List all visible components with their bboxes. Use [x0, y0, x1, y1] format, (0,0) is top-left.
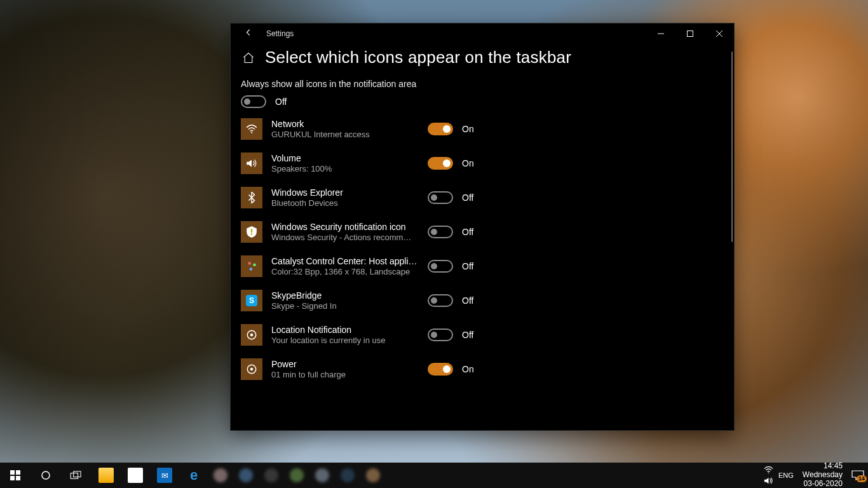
item-text: Location NotificationYour location is cu…	[271, 325, 419, 345]
tray-day: Wednesday	[803, 471, 843, 480]
item-title: Power	[271, 359, 419, 369]
item-toggle-state: Off	[462, 227, 473, 237]
icon-toggle-row: Windows Security notification iconWindow…	[241, 221, 705, 243]
icon-toggle-row: Catalyst Control Center: Host applic…Col…	[241, 255, 705, 277]
svg-point-1	[251, 132, 252, 133]
item-title: Catalyst Control Center: Host applic…	[271, 256, 419, 266]
wifi-icon	[241, 118, 262, 140]
item-text: Catalyst Control Center: Host applic…Col…	[271, 256, 419, 276]
svg-rect-2	[251, 229, 252, 233]
back-button[interactable]	[231, 24, 262, 44]
item-toggle-state: Off	[462, 330, 473, 340]
microsoft-store-app[interactable]	[121, 463, 150, 488]
item-toggle[interactable]	[428, 329, 453, 341]
svg-point-15	[42, 471, 50, 479]
tray-clock[interactable]: 14:45 Wednesday 03-06-2020	[799, 462, 846, 488]
running-apps-blurred	[208, 468, 380, 482]
item-text: Windows Security notification iconWindow…	[271, 222, 419, 242]
window-titlebar[interactable]: Settings	[231, 24, 734, 44]
icon-toggle-row: VolumeSpeakers: 100%On	[241, 152, 705, 174]
item-text: NetworkGURUKUL Internet access	[271, 119, 419, 139]
item-subtitle: Speakers: 100%	[271, 164, 419, 173]
item-toggle-state: On	[462, 158, 474, 168]
location-icon	[241, 324, 262, 346]
close-button[interactable]	[705, 24, 734, 44]
master-toggle[interactable]	[241, 95, 266, 108]
pinned-apps: ✉ e	[92, 463, 208, 488]
volume-icon	[764, 476, 773, 485]
notification-badge: 14	[857, 475, 867, 482]
scrollbar[interactable]	[731, 51, 733, 242]
master-toggle-state: Off	[275, 97, 287, 107]
task-view-button[interactable]	[61, 463, 92, 488]
skype-icon: S	[241, 290, 262, 311]
item-toggle[interactable]	[428, 363, 453, 376]
edge-app[interactable]: e	[179, 463, 208, 488]
item-toggle[interactable]	[428, 260, 453, 273]
tray-date: 03-06-2020	[803, 480, 843, 488]
start-button[interactable]	[0, 463, 31, 488]
item-subtitle: 01 min to full charge	[271, 370, 419, 379]
svg-point-4	[248, 262, 251, 265]
action-center-button[interactable]: 14	[851, 470, 864, 480]
settings-window: Settings Select which icons appear on th…	[230, 23, 735, 431]
item-toggle[interactable]	[428, 226, 453, 238]
item-toggle[interactable]	[428, 294, 453, 307]
svg-point-10	[250, 368, 254, 371]
item-toggle[interactable]	[428, 123, 453, 135]
master-toggle-label: Always show all icons in the notificatio…	[241, 79, 705, 89]
window-title: Settings	[262, 29, 294, 38]
item-toggle-state: Off	[462, 295, 473, 306]
svg-rect-12	[16, 470, 20, 475]
catalyst-icon	[241, 255, 262, 277]
item-text: VolumeSpeakers: 100%	[271, 153, 419, 173]
item-toggle-state: On	[462, 364, 474, 374]
item-toggle-state: Off	[462, 193, 473, 203]
shield-icon	[241, 221, 262, 243]
item-text: Power01 min to full charge	[271, 359, 419, 379]
cortana-button[interactable]	[31, 463, 61, 488]
svg-rect-13	[10, 476, 15, 480]
icon-toggle-row: Location NotificationYour location is cu…	[241, 324, 705, 346]
item-toggle[interactable]	[428, 191, 453, 204]
wifi-icon	[764, 465, 773, 475]
icon-toggle-row: NetworkGURUKUL Internet accessOn	[241, 118, 705, 140]
svg-rect-14	[16, 476, 20, 480]
item-toggle[interactable]	[428, 157, 453, 170]
tray-language[interactable]: ENG	[778, 471, 794, 479]
svg-rect-3	[251, 233, 252, 234]
svg-rect-17	[74, 471, 81, 477]
item-title: SkypeBridge	[271, 290, 419, 301]
master-toggle-row: Off	[241, 95, 705, 108]
item-subtitle: Color:32 Bpp, 1366 x 768, Landscape	[271, 267, 419, 276]
volume-icon	[241, 152, 262, 174]
item-subtitle: Windows Security - Actions recomm…	[271, 233, 419, 242]
maximize-button[interactable]	[675, 24, 705, 44]
svg-rect-11	[10, 470, 15, 475]
icon-toggle-list: NetworkGURUKUL Internet accessOnVolumeSp…	[241, 118, 705, 380]
item-text: SkypeBridgeSkype - Signed In	[271, 290, 419, 311]
mail-app[interactable]: ✉	[150, 463, 179, 488]
power-icon	[241, 358, 262, 380]
minimize-button[interactable]	[646, 24, 675, 44]
taskbar: ✉ e ENG 14:45 Wednesday 03-06-2020 14	[0, 463, 868, 488]
tray-network-volume[interactable]	[764, 465, 773, 485]
page-title: Select which icons appear on the taskbar	[265, 48, 571, 67]
icon-toggle-row: Windows ExplorerBluetooth DevicesOff	[241, 187, 705, 208]
svg-rect-16	[71, 473, 78, 479]
item-title: Windows Security notification icon	[271, 222, 419, 232]
svg-point-5	[253, 264, 256, 267]
home-icon[interactable]	[242, 51, 255, 64]
item-title: Volume	[271, 153, 419, 163]
item-title: Location Notification	[271, 325, 419, 335]
icon-toggle-row: Power01 min to full chargeOn	[241, 358, 705, 380]
item-title: Network	[271, 119, 419, 129]
item-text: Windows ExplorerBluetooth Devices	[271, 187, 419, 208]
svg-point-8	[250, 334, 254, 337]
svg-point-6	[250, 268, 253, 271]
item-subtitle: GURUKUL Internet access	[271, 130, 419, 139]
file-explorer-app[interactable]	[92, 463, 121, 488]
tray-time: 14:45	[803, 462, 843, 471]
settings-content: Select which icons appear on the taskbar…	[231, 44, 734, 430]
svg-rect-0	[688, 31, 693, 37]
